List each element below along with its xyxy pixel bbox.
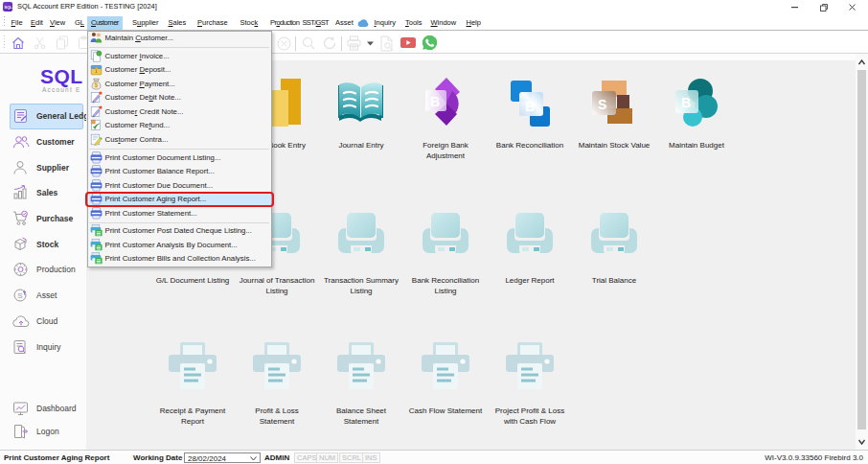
svg-text:B: B (525, 99, 535, 114)
svg-text:B: B (430, 94, 440, 109)
svg-text:$: $ (94, 81, 98, 89)
svg-text:S: S (17, 291, 22, 300)
svg-text:B: B (681, 95, 691, 110)
svg-text:S: S (598, 97, 606, 112)
